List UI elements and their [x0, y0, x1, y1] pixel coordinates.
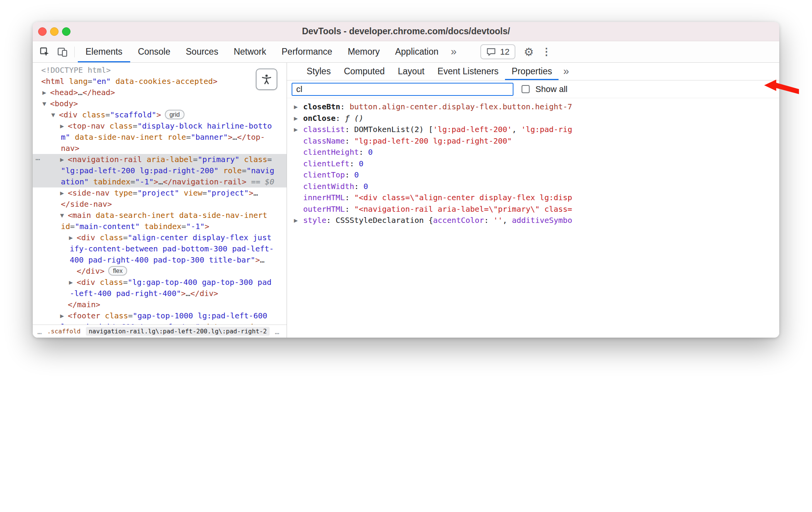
tab-computed[interactable]: Computed: [337, 63, 391, 80]
code-token: "scaffold": [110, 110, 156, 119]
tab-layout[interactable]: Layout: [391, 63, 431, 80]
inspect-element-button[interactable]: [36, 43, 54, 61]
tree-line[interactable]: <html lang="en" data-cookies-accepted>: [33, 76, 287, 87]
disclosure-arrow-icon[interactable]: ▶: [60, 310, 64, 321]
property-value-token: additiveSymbo: [512, 216, 572, 225]
tree-line[interactable]: ▶<div class="align-center display-flex j…: [33, 232, 287, 243]
code-token: …: [186, 289, 190, 298]
more-tabs-button[interactable]: »: [446, 41, 461, 62]
tree-line[interactable]: "lg:pad-left-200 lg:pad-right-200" role=…: [33, 165, 287, 176]
tree-line[interactable]: nav>: [33, 143, 287, 154]
tree-line[interactable]: ▶<head>…</head>: [33, 87, 287, 98]
property-row[interactable]: outerHTML: "<navigation-rail aria-label=…: [292, 204, 779, 215]
tab-performance[interactable]: Performance: [274, 41, 340, 62]
disclosure-arrow-icon[interactable]: ▶: [60, 187, 64, 199]
tab-styles[interactable]: Styles: [300, 63, 337, 80]
tree-line[interactable]: ▶<side-nav type="project" view="project"…: [33, 187, 287, 199]
property-row[interactable]: ▶onClose: ƒ (): [292, 113, 779, 124]
code-token: <side-nav: [68, 188, 109, 197]
tree-line[interactable]: ▶<footer class="gap-top-1000 lg:pad-left…: [33, 310, 287, 321]
minimize-window-button[interactable]: [50, 27, 59, 36]
breadcrumb-item[interactable]: navigation-rail.lg\:pad-left-200.lg\:pad…: [86, 327, 269, 336]
tree-line[interactable]: </div>flex: [33, 266, 287, 277]
tree-line[interactable]: -left-400 pad-right-400">…</div>: [33, 288, 287, 299]
tab-console[interactable]: Console: [130, 41, 178, 62]
tab-sources[interactable]: Sources: [178, 41, 226, 62]
device-toolbar-button[interactable]: [54, 43, 71, 61]
disclosure-arrow-icon[interactable]: ▼: [42, 98, 46, 109]
property-row[interactable]: clientHeight: 0: [292, 147, 779, 158]
property-row[interactable]: clientWidth: 0: [292, 181, 779, 192]
disclosure-arrow-icon[interactable]: ▶: [294, 113, 298, 124]
tree-line[interactable]: <!DOCTYPE html>: [33, 65, 287, 76]
zoom-window-button[interactable]: [62, 27, 70, 36]
tab-properties[interactable]: Properties: [505, 63, 559, 80]
settings-gear-button[interactable]: ⚙: [520, 43, 538, 61]
tree-line[interactable]: ⋯▶<navigation-rail aria-label="primary" …: [33, 154, 287, 165]
tab-application[interactable]: Application: [388, 41, 446, 62]
tab-elements[interactable]: Elements: [78, 41, 130, 62]
filter-input[interactable]: [292, 83, 513, 96]
breadcrumb-item[interactable]: .scaffold: [47, 328, 81, 335]
tree-line[interactable]: </main>: [33, 299, 287, 310]
row-menu-icon[interactable]: ⋯: [35, 154, 40, 165]
kebab-menu-button[interactable]: ⋮: [538, 43, 555, 61]
tree-line[interactable]: id="main-content" tabindex="-1">: [33, 221, 287, 232]
tab-event-listeners[interactable]: Event Listeners: [431, 63, 505, 80]
tree-line[interactable]: ▼<div class="scaffold">grid: [33, 109, 287, 120]
property-row[interactable]: ▶style: CSSStyleDeclaration {accentColor…: [292, 215, 779, 226]
disclosure-arrow-icon[interactable]: ▶: [42, 87, 46, 98]
messages-button[interactable]: 12: [480, 44, 515, 59]
property-row[interactable]: clientLeft: 0: [292, 158, 779, 170]
property-name: className: [303, 136, 345, 146]
disclosure-arrow-icon[interactable]: ▼: [60, 210, 64, 221]
code-token: <div: [77, 278, 95, 287]
property-row[interactable]: clientTop: 0: [292, 169, 779, 181]
toolbar-divider: [74, 47, 75, 57]
show-all-label[interactable]: Show all: [535, 84, 567, 94]
code-token: =: [193, 155, 198, 164]
disclosure-arrow-icon[interactable]: ▶: [294, 124, 298, 136]
accessibility-button[interactable]: [256, 69, 277, 90]
side-more-tabs-button[interactable]: »: [559, 63, 574, 80]
grid-badge[interactable]: grid: [165, 110, 185, 119]
property-colon: :: [345, 170, 354, 179]
flex-badge[interactable]: flex: [108, 266, 127, 276]
disclosure-arrow-icon[interactable]: ▼: [51, 109, 55, 120]
code-token: =: [133, 188, 138, 197]
tree-line[interactable]: ify-content-between pad-bottom-300 pad-l…: [33, 243, 287, 254]
tree-line[interactable]: 400 pad-right-400 pad-top-300 title-bar"…: [33, 254, 287, 266]
tree-line[interactable]: ▼<body>: [33, 98, 287, 109]
disclosure-arrow-icon[interactable]: ▶: [294, 215, 298, 226]
tab-memory[interactable]: Memory: [340, 41, 388, 62]
code-token: "align-center display-flex just: [128, 233, 271, 242]
disclosure-arrow-icon[interactable]: ▶: [69, 232, 73, 243]
disclosure-arrow-icon[interactable]: ▶: [69, 277, 73, 288]
tree-line[interactable]: </side-nav>: [33, 199, 287, 210]
property-value-token: DOMTokenList(2) [: [354, 125, 433, 134]
property-row[interactable]: className: "lg:pad-left-200 lg:pad-right…: [292, 136, 779, 147]
property-value-token: :: [484, 216, 493, 225]
breadcrumb-item[interactable]: …: [37, 327, 42, 336]
tree-line[interactable]: m" data-side-nav-inert role="banner">…</…: [33, 132, 287, 143]
code-token: class: [77, 110, 105, 119]
tree-line[interactable]: ▶<top-nav class="display-block hairline-…: [33, 120, 287, 132]
property-value-token: CSSStyleDeclaration {: [336, 216, 433, 225]
tree-line[interactable]: lg:pad-right-600 type--footer" data-sear…: [33, 321, 287, 325]
disclosure-arrow-icon[interactable]: ▶: [60, 120, 64, 132]
disclosure-arrow-icon[interactable]: ▶: [294, 101, 298, 113]
property-row[interactable]: innerHTML: "<div class=\"align-center di…: [292, 192, 779, 204]
close-window-button[interactable]: [38, 27, 47, 36]
tree-line[interactable]: ▶<div class="lg:gap-top-400 gap-top-300 …: [33, 277, 287, 288]
breadcrumb-item[interactable]: …: [275, 327, 279, 336]
code-token: id: [61, 222, 70, 231]
code-token: -left-400 pad-right-400": [70, 289, 181, 298]
tab-network[interactable]: Network: [226, 41, 274, 62]
property-row[interactable]: ▶classList: DOMTokenList(2) ['lg:pad-lef…: [292, 124, 779, 136]
property-row[interactable]: ▶closeBtn: button.align-center.display-f…: [292, 101, 779, 113]
property-colon: :: [345, 193, 354, 202]
tree-line[interactable]: ation" tabindex="-1">…</navigation-rail>…: [33, 176, 287, 187]
show-all-checkbox[interactable]: [522, 85, 530, 93]
disclosure-arrow-icon[interactable]: ▶: [60, 154, 64, 165]
tree-line[interactable]: ▼<main data-search-inert data-side-nav-i…: [33, 210, 287, 221]
